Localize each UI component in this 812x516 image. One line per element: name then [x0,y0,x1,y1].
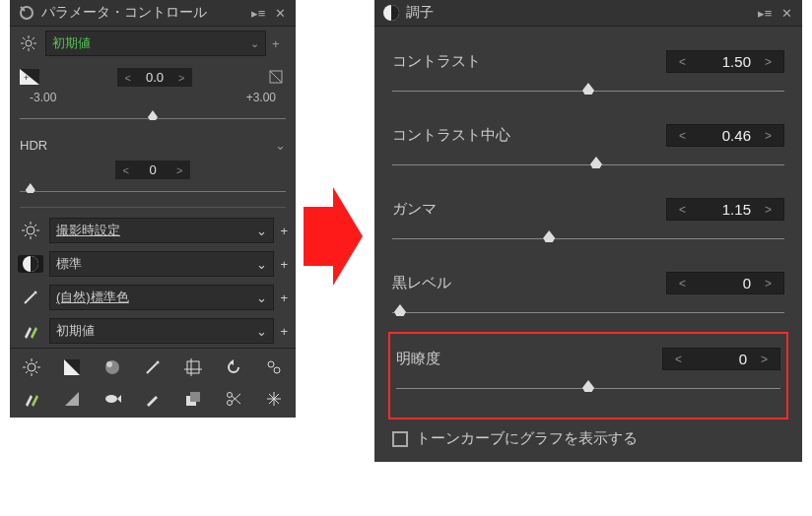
gears-icon[interactable] [257,356,290,378]
decrement-button[interactable]: < [671,129,694,143]
svg-point-25 [28,363,35,371]
tone-panel: 調子 ▸≡ ✕ コントラスト<1.50>コントラスト中心<0.46>ガンマ<1.… [374,0,802,462]
triangle-icon[interactable] [56,388,89,410]
separator [20,207,286,208]
slider-track [20,191,286,192]
hdr-spinner[interactable]: < 0 > [115,161,191,179]
param-contrast: コントラスト<1.50> [388,36,788,97]
add-button[interactable]: + [280,257,288,272]
black_level-spinner[interactable]: <0> [666,272,784,294]
close-icon[interactable]: ✕ [778,5,794,21]
parameter-control-panel: パラメータ・コントロール ▸≡ ✕ 初期値 ⌄ + + < 0.0 > -3.0… [10,0,296,418]
brushes-icon[interactable] [16,388,48,410]
tone-params: コントラスト<1.50>コントラスト中心<0.46>ガンマ<1.15>黒レベル<… [388,36,788,318]
scissors-icon[interactable] [217,388,249,410]
clarity-spinner[interactable]: < 0 > [662,348,780,370]
slider-track [392,312,784,313]
gamma-spinner[interactable]: <1.15> [666,198,784,221]
exposure-icon[interactable]: + [20,69,41,87]
decrement-button[interactable]: < [119,164,133,176]
sparkle-icon[interactable] [257,388,290,410]
decrement-button[interactable]: < [671,55,694,69]
svg-point-44 [274,367,280,373]
panel-menu-icon[interactable]: ▸≡ [757,5,773,21]
slider-thumb[interactable] [582,380,594,392]
svg-line-31 [35,371,37,373]
slider-thumb[interactable] [394,304,406,316]
svg-point-51 [227,401,232,406]
param-label: 明瞭度 [396,350,440,368]
fish-icon[interactable] [97,388,129,410]
increment-button[interactable]: > [174,72,188,84]
layers-icon[interactable] [176,388,209,410]
slider-thumb[interactable] [582,83,594,95]
gear-icon[interactable] [18,35,39,51]
slider-thumb[interactable] [26,183,35,193]
wand-icon[interactable] [18,289,43,306]
panel-menu-icon[interactable]: ▸≡ [250,5,266,21]
gamma-slider[interactable] [392,228,784,244]
slider-thumb[interactable] [590,157,602,168]
undo-icon[interactable] [217,356,249,378]
contrast-icon[interactable] [18,255,43,273]
tone-curve-checkbox-label: トーンカーブにグラフを表示する [416,429,638,448]
slider-thumb[interactable] [148,110,158,120]
crop-icon[interactable] [176,356,209,378]
chevron-down-icon: ⌄ [250,37,259,50]
param-gamma: ガンマ<1.15> [388,184,788,244]
sun-icon[interactable] [18,222,43,239]
tone-curve-checkbox[interactable] [392,431,408,447]
decrement-button[interactable]: < [121,72,135,84]
increment-button[interactable]: > [757,277,779,290]
exposure-slider[interactable] [20,110,286,124]
decrement-button[interactable]: < [667,353,690,366]
initial-value-label: 初期値 [52,34,91,52]
brush-icon[interactable] [137,388,169,410]
decrement-button[interactable]: < [671,203,694,217]
exposure-spinner[interactable]: < 0.0 > [117,68,193,87]
preset-list: 撮影時設定⌄+標準⌄+(自然)標準色⌄+初期値⌄+ [10,214,296,348]
increment-button[interactable]: > [757,129,779,143]
preset-select[interactable]: 標準⌄ [49,251,274,277]
svg-line-18 [25,225,27,226]
increment-button[interactable]: > [172,164,186,176]
preset-label: 初期値 [56,322,95,340]
add-button[interactable]: + [280,324,288,339]
preset-select[interactable]: (自然)標準色⌄ [49,285,274,310]
contrast_center-slider[interactable] [392,155,784,170]
add-button[interactable]: + [272,36,288,51]
clarity-slider[interactable] [396,378,780,394]
contrast-spinner[interactable]: <1.50> [666,50,784,73]
increment-button[interactable]: > [753,353,776,366]
close-icon[interactable]: ✕ [272,5,288,21]
preset-select[interactable]: 初期値⌄ [49,318,274,344]
hdr-spinner-row: < 0 > [10,157,296,183]
param-label: コントラスト [392,52,481,71]
increment-button[interactable]: > [757,55,779,69]
param-black_level: 黒レベル<0> [388,258,788,318]
param-label: ガンマ [392,200,437,219]
slider-track [392,238,784,239]
hdr-slider[interactable] [20,183,286,197]
hdr-select[interactable]: HDR ⌄ [10,134,296,157]
sphere-icon[interactable] [97,356,129,378]
contrast-slider[interactable] [392,81,784,97]
wand-icon[interactable] [137,356,169,378]
picker-icon[interactable] [268,69,286,87]
levels-icon[interactable] [56,356,89,378]
preset-select[interactable]: 撮影時設定⌄ [49,218,274,243]
brushes-icon[interactable] [18,322,43,340]
add-button[interactable]: + [280,224,288,238]
svg-line-53 [232,394,240,402]
add-button[interactable]: + [280,290,288,305]
initial-value-select[interactable]: 初期値 ⌄ [45,31,266,56]
sun-icon[interactable] [16,356,48,378]
decrement-button[interactable]: < [671,277,694,290]
increment-button[interactable]: > [757,203,779,217]
black_level-slider[interactable] [392,302,784,318]
contrast_center-value: 0.46 [694,127,757,144]
svg-point-38 [156,361,159,364]
param-label: 黒レベル [392,274,451,292]
slider-thumb[interactable] [543,230,555,242]
contrast_center-spinner[interactable]: <0.46> [666,124,784,147]
